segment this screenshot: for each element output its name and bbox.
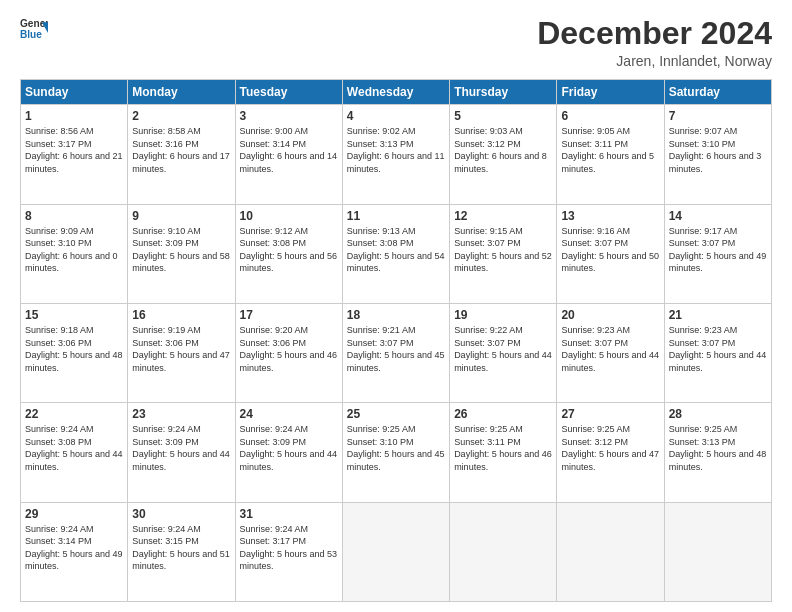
table-row: 2 Sunrise: 8:58 AMSunset: 3:16 PMDayligh…: [128, 105, 235, 204]
table-row: 22 Sunrise: 9:24 AMSunset: 3:08 PMDaylig…: [21, 403, 128, 502]
cell-info: Sunrise: 8:56 AMSunset: 3:17 PMDaylight:…: [25, 126, 123, 174]
table-row: 3 Sunrise: 9:00 AMSunset: 3:14 PMDayligh…: [235, 105, 342, 204]
table-row: 13 Sunrise: 9:16 AMSunset: 3:07 PMDaylig…: [557, 204, 664, 303]
cell-info: Sunrise: 9:12 AMSunset: 3:08 PMDaylight:…: [240, 226, 338, 274]
table-row: 19 Sunrise: 9:22 AMSunset: 3:07 PMDaylig…: [450, 303, 557, 402]
day-number: 29: [25, 507, 123, 521]
cell-info: Sunrise: 9:24 AMSunset: 3:09 PMDaylight:…: [240, 424, 338, 472]
day-number: 19: [454, 308, 552, 322]
table-row: 1 Sunrise: 8:56 AMSunset: 3:17 PMDayligh…: [21, 105, 128, 204]
day-number: 26: [454, 407, 552, 421]
day-number: 13: [561, 209, 659, 223]
day-number: 17: [240, 308, 338, 322]
calendar-week-row: 29 Sunrise: 9:24 AMSunset: 3:14 PMDaylig…: [21, 502, 772, 601]
cell-info: Sunrise: 9:09 AMSunset: 3:10 PMDaylight:…: [25, 226, 118, 274]
table-row: 12 Sunrise: 9:15 AMSunset: 3:07 PMDaylig…: [450, 204, 557, 303]
day-number: 7: [669, 109, 767, 123]
cell-info: Sunrise: 9:07 AMSunset: 3:10 PMDaylight:…: [669, 126, 762, 174]
cell-info: Sunrise: 9:25 AMSunset: 3:12 PMDaylight:…: [561, 424, 659, 472]
table-row: 24 Sunrise: 9:24 AMSunset: 3:09 PMDaylig…: [235, 403, 342, 502]
col-monday: Monday: [128, 80, 235, 105]
day-number: 30: [132, 507, 230, 521]
table-row: 25 Sunrise: 9:25 AMSunset: 3:10 PMDaylig…: [342, 403, 449, 502]
col-sunday: Sunday: [21, 80, 128, 105]
table-row: [557, 502, 664, 601]
day-number: 8: [25, 209, 123, 223]
day-number: 14: [669, 209, 767, 223]
table-row: 30 Sunrise: 9:24 AMSunset: 3:15 PMDaylig…: [128, 502, 235, 601]
cell-info: Sunrise: 9:13 AMSunset: 3:08 PMDaylight:…: [347, 226, 445, 274]
calendar-week-row: 22 Sunrise: 9:24 AMSunset: 3:08 PMDaylig…: [21, 403, 772, 502]
col-friday: Friday: [557, 80, 664, 105]
title-block: December 2024 Jaren, Innlandet, Norway: [537, 16, 772, 69]
day-number: 15: [25, 308, 123, 322]
table-row: [342, 502, 449, 601]
table-row: [450, 502, 557, 601]
table-row: 17 Sunrise: 9:20 AMSunset: 3:06 PMDaylig…: [235, 303, 342, 402]
cell-info: Sunrise: 9:22 AMSunset: 3:07 PMDaylight:…: [454, 325, 552, 373]
col-wednesday: Wednesday: [342, 80, 449, 105]
day-number: 5: [454, 109, 552, 123]
day-number: 18: [347, 308, 445, 322]
day-number: 23: [132, 407, 230, 421]
day-number: 16: [132, 308, 230, 322]
day-number: 10: [240, 209, 338, 223]
cell-info: Sunrise: 8:58 AMSunset: 3:16 PMDaylight:…: [132, 126, 230, 174]
cell-info: Sunrise: 9:00 AMSunset: 3:14 PMDaylight:…: [240, 126, 338, 174]
day-number: 2: [132, 109, 230, 123]
cell-info: Sunrise: 9:21 AMSunset: 3:07 PMDaylight:…: [347, 325, 445, 373]
cell-info: Sunrise: 9:24 AMSunset: 3:17 PMDaylight:…: [240, 524, 338, 572]
cell-info: Sunrise: 9:24 AMSunset: 3:08 PMDaylight:…: [25, 424, 123, 472]
day-number: 11: [347, 209, 445, 223]
day-number: 12: [454, 209, 552, 223]
cell-info: Sunrise: 9:18 AMSunset: 3:06 PMDaylight:…: [25, 325, 123, 373]
day-number: 21: [669, 308, 767, 322]
cell-info: Sunrise: 9:25 AMSunset: 3:13 PMDaylight:…: [669, 424, 767, 472]
cell-info: Sunrise: 9:16 AMSunset: 3:07 PMDaylight:…: [561, 226, 659, 274]
table-row: 31 Sunrise: 9:24 AMSunset: 3:17 PMDaylig…: [235, 502, 342, 601]
cell-info: Sunrise: 9:25 AMSunset: 3:10 PMDaylight:…: [347, 424, 445, 472]
day-number: 22: [25, 407, 123, 421]
table-row: 20 Sunrise: 9:23 AMSunset: 3:07 PMDaylig…: [557, 303, 664, 402]
table-row: 28 Sunrise: 9:25 AMSunset: 3:13 PMDaylig…: [664, 403, 771, 502]
subtitle: Jaren, Innlandet, Norway: [537, 53, 772, 69]
table-row: 23 Sunrise: 9:24 AMSunset: 3:09 PMDaylig…: [128, 403, 235, 502]
calendar-week-row: 1 Sunrise: 8:56 AMSunset: 3:17 PMDayligh…: [21, 105, 772, 204]
table-row: 16 Sunrise: 9:19 AMSunset: 3:06 PMDaylig…: [128, 303, 235, 402]
table-row: 27 Sunrise: 9:25 AMSunset: 3:12 PMDaylig…: [557, 403, 664, 502]
calendar-table: Sunday Monday Tuesday Wednesday Thursday…: [20, 79, 772, 602]
cell-info: Sunrise: 9:20 AMSunset: 3:06 PMDaylight:…: [240, 325, 338, 373]
table-row: [664, 502, 771, 601]
table-row: 21 Sunrise: 9:23 AMSunset: 3:07 PMDaylig…: [664, 303, 771, 402]
cell-info: Sunrise: 9:10 AMSunset: 3:09 PMDaylight:…: [132, 226, 230, 274]
table-row: 9 Sunrise: 9:10 AMSunset: 3:09 PMDayligh…: [128, 204, 235, 303]
calendar-week-row: 8 Sunrise: 9:09 AMSunset: 3:10 PMDayligh…: [21, 204, 772, 303]
cell-info: Sunrise: 9:24 AMSunset: 3:15 PMDaylight:…: [132, 524, 230, 572]
col-saturday: Saturday: [664, 80, 771, 105]
day-number: 20: [561, 308, 659, 322]
cell-info: Sunrise: 9:17 AMSunset: 3:07 PMDaylight:…: [669, 226, 767, 274]
day-number: 25: [347, 407, 445, 421]
day-number: 28: [669, 407, 767, 421]
table-row: 15 Sunrise: 9:18 AMSunset: 3:06 PMDaylig…: [21, 303, 128, 402]
day-number: 24: [240, 407, 338, 421]
day-number: 27: [561, 407, 659, 421]
logo-icon: General Blue: [20, 16, 48, 44]
col-thursday: Thursday: [450, 80, 557, 105]
page: General Blue December 2024 Jaren, Innlan…: [0, 0, 792, 612]
svg-text:Blue: Blue: [20, 29, 42, 40]
table-row: 18 Sunrise: 9:21 AMSunset: 3:07 PMDaylig…: [342, 303, 449, 402]
table-row: 11 Sunrise: 9:13 AMSunset: 3:08 PMDaylig…: [342, 204, 449, 303]
table-row: 10 Sunrise: 9:12 AMSunset: 3:08 PMDaylig…: [235, 204, 342, 303]
table-row: 26 Sunrise: 9:25 AMSunset: 3:11 PMDaylig…: [450, 403, 557, 502]
logo: General Blue: [20, 16, 48, 44]
day-number: 4: [347, 109, 445, 123]
month-title: December 2024: [537, 16, 772, 51]
cell-info: Sunrise: 9:25 AMSunset: 3:11 PMDaylight:…: [454, 424, 552, 472]
calendar-header-row: Sunday Monday Tuesday Wednesday Thursday…: [21, 80, 772, 105]
cell-info: Sunrise: 9:05 AMSunset: 3:11 PMDaylight:…: [561, 126, 654, 174]
table-row: 6 Sunrise: 9:05 AMSunset: 3:11 PMDayligh…: [557, 105, 664, 204]
day-number: 1: [25, 109, 123, 123]
table-row: 8 Sunrise: 9:09 AMSunset: 3:10 PMDayligh…: [21, 204, 128, 303]
day-number: 31: [240, 507, 338, 521]
